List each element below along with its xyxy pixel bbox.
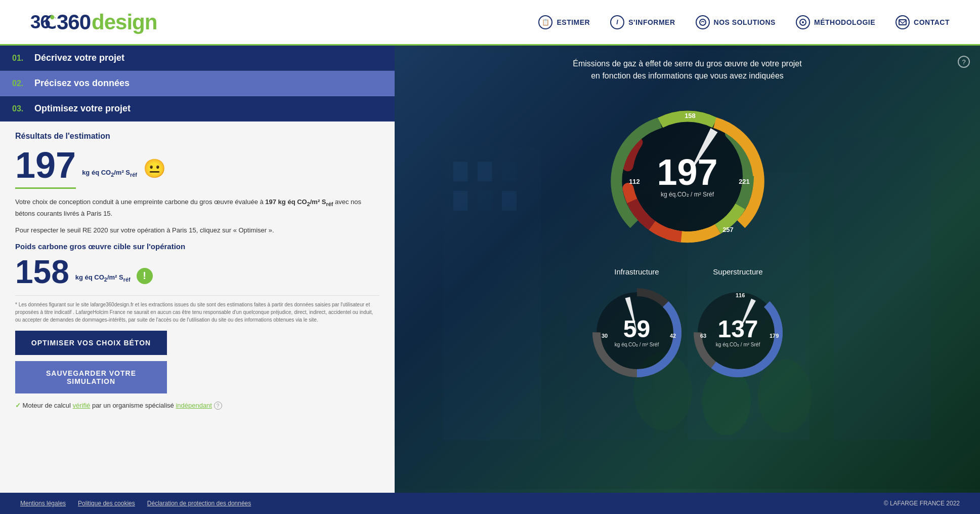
gauge-main-value: 197 [657,154,717,190]
estimer-icon: 📋 [538,15,552,29]
logo[interactable]: 36 360 design [30,10,157,35]
chart-title: Émissions de gaz à effet de serre du gro… [552,46,822,90]
verified-link[interactable]: vérifié [73,402,91,409]
target-value-row: 158 kg éq CO2/m² Sréf ! [15,256,379,288]
save-button[interactable]: SAUVEGARDER VOTRE SIMULATION [15,361,167,393]
svg-point-6 [802,21,804,23]
footer-copyright: © LAFARGE FRANCE 2022 [884,500,960,507]
svg-rect-7 [899,20,906,25]
logo-icon: 36 [30,10,56,35]
svg-text:63: 63 [700,333,706,339]
optimize-button[interactable]: OPTIMISER VOS CHOIX BÉTON [15,331,167,355]
step-3-number: 03. [12,104,27,113]
gauge-container: 112 158 221 257 197 kg éq.CO₂ / m² Sréf … [556,95,819,383]
svg-text:30: 30 [602,333,608,339]
step-1[interactable]: 01. Décrivez votre projet [0,46,395,71]
main-gauge: 112 158 221 257 197 kg éq.CO₂ / m² Sréf [607,95,769,257]
methodologie-icon [796,15,810,29]
super-unit: kg éq.CO₂ / m² Sréf [716,341,760,348]
svg-text:42: 42 [670,333,676,339]
step-3[interactable]: 03. Optimisez votre projet [0,96,395,122]
infra-gauge-item: Infrastructure [586,267,688,383]
nav-sinformer[interactable]: i S'INFORMER [610,15,675,29]
target-unit: kg éq CO2/m² Sréf [75,273,131,283]
main-nav: 📋 ESTIMER i S'INFORMER NOS SOLUTIONS MÉT… [538,15,950,29]
step-1-number: 01. [12,54,27,63]
nav-estimer[interactable]: 📋 ESTIMER [538,15,590,29]
green-separator [15,187,76,189]
logo-design: design [92,10,157,34]
step-2[interactable]: 02. Précisez vos données [0,71,395,96]
left-panel: 01. Décrivez votre projet 02. Précisez v… [0,46,395,493]
svg-text:158: 158 [685,112,696,120]
svg-text:179: 179 [770,333,779,339]
svg-point-4 [700,19,706,25]
super-center: 137 kg éq.CO₂ / m² Sréf [716,317,760,348]
infra-value: 59 [615,317,659,341]
svg-rect-14 [478,191,492,211]
svg-rect-10 [453,162,468,181]
nav-methodologie[interactable]: MÉTHODOLOGIE [796,15,875,29]
nav-contact[interactable]: CONTACT [896,15,950,29]
verified-text: ✓ Moteur de calcul vérifié par un organi… [15,402,379,410]
svg-rect-18 [834,137,931,440]
alert-icon: ! [137,268,153,284]
help-icon-verified[interactable]: ? [214,402,222,410]
header: 36 360 design 📋 ESTIMER i S'INFORMER NOS… [0,0,980,46]
independent-link[interactable]: indépendant [176,402,212,409]
svg-rect-9 [443,147,541,440]
footer-link-mentions[interactable]: Mentions légales [20,500,66,507]
footer-links: Mentions légales Politique des cookies D… [20,500,251,507]
infra-label: Infrastructure [614,267,659,276]
gauge-main-unit: kg éq.CO₂ / m² Sréf [657,190,717,199]
main-co2-value: 197 [15,147,76,183]
main-container: 01. Décrivez votre projet 02. Précisez v… [0,46,980,493]
right-panel: ? Émissions de gaz à effet de serre du g… [395,46,980,493]
emotion-icon: 😐 [143,158,166,179]
super-label: Superstructure [713,267,762,276]
footer-link-cookies[interactable]: Politique des cookies [78,500,135,507]
main-value-row: 197 kg éq CO2/m² Sréf 😐 [15,147,379,183]
logo-360: 360 [57,10,91,34]
super-value: 137 [716,317,760,341]
svg-rect-13 [453,191,468,211]
footer: Mentions légales Politique des cookies D… [0,493,980,514]
solutions-icon [696,15,710,29]
step-1-label: Décrivez votre projet [34,53,124,63]
gauge-center-display: 197 kg éq.CO₂ / m² Sréf [657,154,717,199]
results-title: Résultats de l'estimation [15,132,379,141]
check-icon: ✓ [15,402,21,409]
step-2-number: 02. [12,79,27,88]
target-label: Poids carbone gros œuvre cible sur l'opé… [15,242,379,251]
description-1: Votre choix de conception conduit à une … [15,197,379,219]
description-2: Pour respecter le seuil RE 2020 sur votr… [15,225,379,236]
sub-gauges-row: Infrastructure [556,267,819,383]
contact-icon [896,15,910,29]
svg-text:257: 257 [722,226,734,233]
results-panel: Résultats de l'estimation 197 kg éq CO2/… [0,122,395,493]
svg-text:112: 112 [629,178,640,185]
target-co2-value: 158 [15,256,69,288]
svg-point-3 [50,15,54,19]
infra-center: 59 kg éq.CO₂ / m² Sréf [615,317,659,348]
svg-rect-11 [478,162,492,181]
infra-unit: kg éq.CO₂ / m² Sréf [615,341,659,348]
super-gauge: 63 116 179 137 kg éq.CO₂ / m² Sréf [688,282,789,383]
disclaimer: * Les données figurant sur le site lafar… [15,295,379,324]
sinformer-icon: i [610,15,624,29]
svg-rect-15 [502,191,517,211]
chart-help-icon[interactable]: ? [958,56,970,68]
infra-gauge: 30 42 59 kg éq.CO₂ / m² Sréf [586,282,688,383]
svg-rect-12 [502,162,517,181]
step-2-label: Précisez vos données [34,78,130,89]
footer-link-privacy[interactable]: Déclaration de protection des données [147,500,251,507]
nav-solutions[interactable]: NOS SOLUTIONS [696,15,776,29]
super-gauge-item: Superstructure 63 [688,267,789,383]
main-unit: kg éq CO2/m² Sréf [82,169,137,178]
svg-text:116: 116 [736,292,745,298]
svg-text:221: 221 [739,178,750,185]
step-3-label: Optimisez votre projet [34,103,131,114]
